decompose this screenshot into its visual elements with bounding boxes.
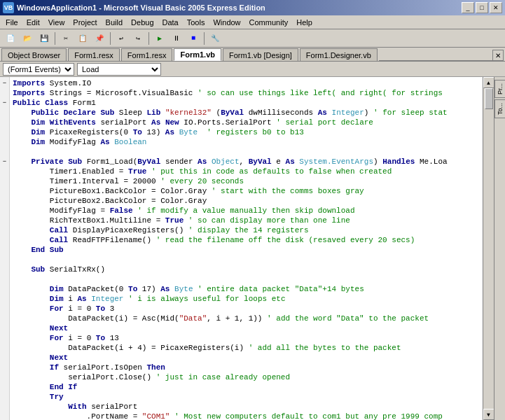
code-line-16: Call DisplayPicaxeRegisters() ' display … — [13, 225, 480, 235]
sep1 — [55, 32, 55, 45]
gutter-collapse-9[interactable]: − — [0, 157, 9, 167]
code-line-27: For i = 0 To 13 — [13, 333, 480, 343]
gutter-item-5 — [0, 118, 9, 127]
code-line-12: PictureBox1.BackColor = Color.Gray ' sta… — [13, 186, 480, 196]
minimize-button[interactable]: _ — [462, 2, 474, 13]
menu-help[interactable]: Help — [292, 16, 317, 29]
code-line-33: Try — [13, 392, 480, 402]
run-btn[interactable]: ▶ — [152, 31, 167, 46]
scroll-down-btn[interactable]: ▼ — [483, 409, 494, 420]
gutter-item-2 — [0, 88, 9, 98]
vertical-scrollbar[interactable]: ▲ ▼ — [483, 77, 494, 420]
gutter-item-6 — [0, 127, 9, 137]
code-line-22: Dim DataPacket(0 To 17) As Byte ' entire… — [13, 284, 480, 294]
menu-tools[interactable]: Tools — [183, 16, 209, 29]
menu-edit[interactable]: Edit — [22, 16, 44, 29]
code-line-1: Imports System.IO — [13, 78, 480, 88]
gutter-collapse-3[interactable]: − — [0, 98, 9, 108]
undo-btn[interactable]: ↩ — [113, 31, 129, 46]
code-line-7: Dim ModifyFlag As Boolean — [13, 137, 480, 147]
tab-form1-designer[interactable]: Form1.Designer.vb — [300, 48, 378, 61]
pause-btn[interactable]: ⏸ — [169, 31, 184, 46]
menu-project[interactable]: Project — [69, 16, 101, 29]
menu-view[interactable]: View — [44, 16, 69, 29]
menu-debug[interactable]: Debug — [127, 16, 158, 29]
sep2 — [110, 32, 111, 45]
code-line-24: For i = 0 To 3 — [13, 304, 480, 314]
code-line-29: Next — [13, 353, 480, 363]
debug-btn[interactable]: 🔧 — [207, 31, 223, 46]
combo-toolbar: (Form1 Events) Load — [0, 62, 505, 77]
code-line-35: .PortName = "COM1" ' Most new computers … — [13, 412, 480, 420]
new-btn[interactable]: 📄 — [3, 31, 18, 46]
copy-btn[interactable]: 📋 — [75, 31, 90, 46]
code-line-32: End If — [13, 382, 480, 392]
tab-form1-vb[interactable]: Form1.vb — [174, 48, 221, 61]
code-line-21 — [13, 274, 480, 284]
window-controls[interactable]: _ □ ✕ — [462, 2, 502, 13]
cut-btn[interactable]: ✂ — [58, 31, 74, 46]
code-line-28: DataPacket(i + 4) = PicaxeRegisters(i) '… — [13, 343, 480, 353]
menu-bar: File Edit View Project Build Debug Data … — [0, 15, 505, 29]
title-bar: VB WindowsApplication1 - Microsoft Visua… — [0, 0, 505, 15]
right-tab-pr[interactable]: Pr... — [494, 80, 506, 98]
code-line-17: Call ReadFTPFilename() ' read the filena… — [13, 235, 480, 245]
toolbar: 📄 📂 💾 ✂ 📋 📌 ↩ ↪ ▶ ⏸ ■ 🔧 — [0, 29, 505, 48]
scroll-up-btn[interactable]: ▲ — [483, 77, 494, 88]
menu-community[interactable]: Community — [245, 16, 293, 29]
sep3 — [148, 32, 149, 45]
code-editor[interactable]: Imports System.IO Imports Strings = Micr… — [10, 77, 483, 420]
code-line-19 — [13, 255, 480, 265]
code-line-10: Timer1.Enabled = True ' put this in code… — [13, 167, 480, 176]
right-panel: Pr... To... — [494, 77, 505, 420]
gutter-item-8 — [0, 147, 9, 157]
code-line-5: Dim WithEvents serialPort As New IO.Port… — [13, 118, 480, 127]
code-line-26: Next — [13, 323, 480, 333]
maximize-button[interactable]: □ — [476, 2, 488, 13]
scroll-thumb[interactable] — [485, 88, 493, 109]
code-line-14: ModifyFlag = False ' if modify a value m… — [13, 206, 480, 216]
menu-file[interactable]: File — [1, 16, 22, 29]
open-btn[interactable]: 📂 — [20, 31, 35, 46]
tab-form1-resx-1[interactable]: Form1.resx — [68, 48, 120, 61]
menu-data[interactable]: Data — [158, 16, 183, 29]
code-line-6: Dim PicaxeRegisters(0 To 13) As Byte ' r… — [13, 127, 480, 137]
save-btn[interactable]: 💾 — [36, 31, 52, 46]
code-line-30: If serialPort.IsOpen Then — [13, 363, 480, 372]
code-line-18: End Sub — [13, 245, 480, 255]
menu-window[interactable]: Window — [209, 16, 244, 29]
events-dropdown[interactable]: (Form1 Events) — [3, 63, 74, 76]
tab-form1-resx-2[interactable]: Form1.resx — [121, 48, 173, 61]
paste-btn[interactable]: 📌 — [92, 31, 107, 46]
method-dropdown[interactable]: Load — [77, 63, 161, 76]
gutter-item-4 — [0, 108, 9, 118]
code-line-13: PictureBox2.BackColor = Color.Gray — [13, 196, 480, 206]
app-icon: VB — [3, 2, 14, 13]
title-text: WindowsApplication1 - Microsoft Visual B… — [17, 4, 462, 12]
code-content: Imports System.IO Imports Strings = Micr… — [10, 77, 483, 420]
menu-build[interactable]: Build — [102, 16, 127, 29]
code-line-2: Imports Strings = Microsoft.VisualBasic … — [13, 88, 480, 98]
editor-container: − − − Imports System.IO Imports Strings … — [0, 77, 505, 420]
code-line-8 — [13, 147, 480, 157]
sep4 — [204, 32, 205, 45]
code-line-3: Public Class Form1 — [13, 98, 480, 108]
code-line-20: Sub SerialTxRx() — [13, 265, 480, 274]
code-line-31: serialPort.Close() ' just in case alread… — [13, 372, 480, 382]
scroll-track[interactable] — [484, 88, 494, 409]
close-tab-btn[interactable]: ✕ — [492, 50, 504, 61]
close-button[interactable]: ✕ — [490, 2, 502, 13]
tab-bar: Object Browser Form1.resx Form1.resx For… — [0, 48, 505, 62]
code-line-9: Private Sub Form1_Load(ByVal sender As O… — [13, 157, 480, 167]
redo-btn[interactable]: ↪ — [130, 31, 146, 46]
code-line-4: Public Declare Sub Sleep Lib "kernel32" … — [13, 108, 480, 118]
gutter-collapse-1[interactable]: − — [0, 78, 9, 88]
stop-btn[interactable]: ■ — [186, 31, 201, 46]
right-tab-to[interactable]: To... — [494, 99, 506, 118]
tab-object-browser[interactable]: Object Browser — [1, 48, 67, 61]
tab-form1-design[interactable]: Form1.vb [Design] — [223, 48, 298, 61]
gutter-item-7 — [0, 137, 9, 147]
code-line-15: RichTextBox1.Multiline = True ' so can d… — [13, 216, 480, 225]
code-line-25: DataPacket(i) = Asc(Mid("Data", i + 1, 1… — [13, 314, 480, 323]
code-line-34: With serialPort — [13, 402, 480, 412]
